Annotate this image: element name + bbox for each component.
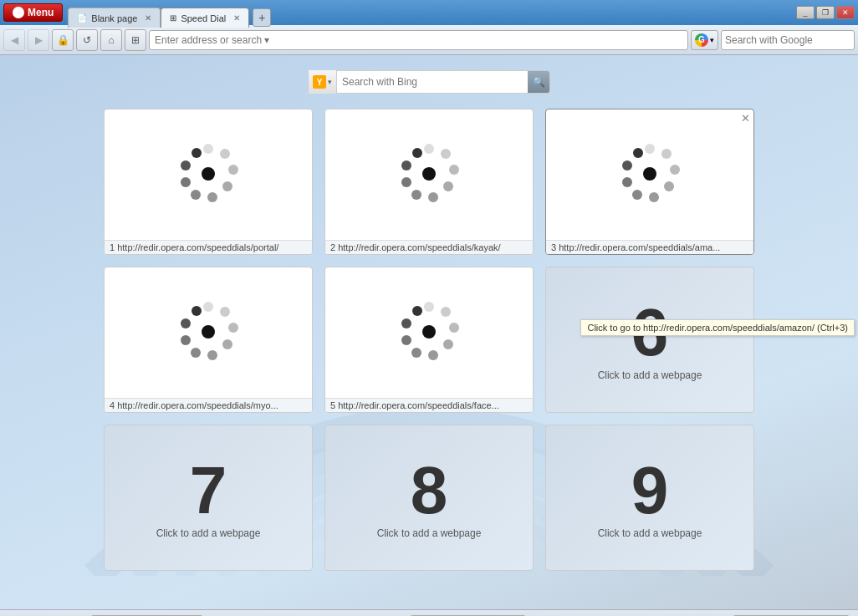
dial-8-label: Click to add a webpage bbox=[377, 527, 482, 539]
svg-point-16 bbox=[401, 177, 411, 187]
svg-point-42 bbox=[449, 323, 459, 333]
svg-point-33 bbox=[222, 339, 232, 349]
loading-spinner-3 bbox=[616, 140, 683, 207]
svg-point-23 bbox=[664, 181, 674, 191]
svg-point-41 bbox=[441, 307, 451, 317]
svg-point-17 bbox=[401, 160, 411, 171]
svg-point-6 bbox=[181, 177, 191, 187]
svg-point-43 bbox=[443, 339, 453, 349]
bing-engine-button[interactable]: Y ▾ bbox=[309, 70, 337, 94]
loading-spinner-4 bbox=[175, 298, 242, 365]
blank-page-icon: 📄 bbox=[77, 13, 87, 23]
navbar: ◀ ▶ 🔒 ↺ ⌂ ⊞ G ▾ 🔍 bbox=[0, 25, 858, 55]
bing-dropdown-arrow: ▾ bbox=[328, 78, 332, 86]
menu-button[interactable]: Menu bbox=[3, 3, 63, 22]
svg-point-29 bbox=[643, 167, 656, 181]
address-input[interactable] bbox=[155, 34, 682, 46]
svg-point-24 bbox=[649, 192, 659, 202]
svg-point-4 bbox=[207, 192, 217, 202]
svg-point-47 bbox=[401, 318, 411, 328]
loading-spinner-2 bbox=[396, 140, 462, 207]
google-icon: G bbox=[695, 33, 708, 47]
back-button[interactable]: ◀ bbox=[3, 29, 25, 51]
bing-search-button[interactable]: 🔍 bbox=[528, 71, 549, 93]
svg-point-0 bbox=[203, 144, 213, 154]
svg-point-36 bbox=[181, 335, 191, 345]
svg-point-15 bbox=[411, 190, 421, 200]
dial-1-url: 1 http://redir.opera.com/speeddials/port… bbox=[105, 240, 312, 254]
svg-point-3 bbox=[222, 181, 232, 191]
opera-logo bbox=[13, 7, 24, 18]
dial-cell-6[interactable]: 6 Click to add a webpage bbox=[545, 267, 754, 413]
dial-9-number: 9 bbox=[631, 457, 669, 524]
tab-speeddial-label: Speed Dial bbox=[181, 13, 226, 23]
dial-cell-3[interactable]: ✕ 3 http://redir.opera.com/speeddials/am… bbox=[545, 109, 754, 255]
svg-point-32 bbox=[228, 323, 238, 333]
restore-button[interactable]: ❐ bbox=[816, 6, 835, 19]
tab-bar: 📄 Blank page ✕ ⊞ Speed Dial ✕ + bbox=[68, 0, 796, 25]
tab-speeddial[interactable]: ⊞ Speed Dial ✕ bbox=[161, 8, 249, 28]
dial-cell-2[interactable]: 2 http://redir.opera.com/speeddials/kaya… bbox=[324, 109, 534, 255]
home-button[interactable]: ⌂ bbox=[100, 29, 122, 51]
reload-button[interactable]: ↺ bbox=[76, 29, 98, 51]
close-window-button[interactable]: ✕ bbox=[836, 6, 855, 19]
dial-3-url: 3 http://redir.opera.com/speeddials/ama.… bbox=[546, 240, 753, 254]
svg-point-7 bbox=[181, 160, 191, 171]
dial-5-url: 5 http://redir.opera.com/speeddials/face… bbox=[325, 398, 533, 412]
dial-7-label: Click to add a webpage bbox=[156, 527, 261, 539]
bing-icon: Y bbox=[313, 75, 326, 89]
svg-point-19 bbox=[422, 167, 436, 181]
bottom-bar: ◀ ↺ ⚙ ★ What is Speed Dial? Synchronize … bbox=[0, 609, 858, 616]
dial-cell-8[interactable]: 8 Click to add a webpage bbox=[324, 425, 534, 571]
svg-point-13 bbox=[443, 181, 453, 191]
tab-blank[interactable]: 📄 Blank page ✕ bbox=[68, 8, 161, 28]
svg-point-9 bbox=[202, 167, 215, 181]
bing-search-input[interactable] bbox=[337, 76, 528, 88]
dial-4-url: 4 http://redir.opera.com/speeddials/myo.… bbox=[105, 398, 312, 412]
svg-point-28 bbox=[633, 148, 643, 158]
tab-speeddial-close[interactable]: ✕ bbox=[233, 13, 240, 23]
search-box[interactable]: 🔍 bbox=[721, 30, 855, 50]
search-engine-selector[interactable]: G ▾ bbox=[691, 30, 718, 50]
dial-cell-1[interactable]: 1 http://redir.opera.com/speeddials/port… bbox=[104, 109, 313, 255]
forward-button[interactable]: ▶ bbox=[28, 29, 49, 51]
svg-point-11 bbox=[441, 149, 451, 159]
lock-button[interactable]: 🔒 bbox=[52, 29, 74, 51]
svg-point-37 bbox=[181, 318, 191, 328]
svg-point-1 bbox=[220, 149, 230, 159]
svg-point-31 bbox=[220, 307, 230, 317]
svg-point-49 bbox=[422, 325, 436, 339]
dial-cell-7[interactable]: 7 Click to add a webpage bbox=[104, 425, 313, 571]
svg-point-21 bbox=[661, 149, 672, 159]
dial-3-close[interactable]: ✕ bbox=[741, 112, 750, 125]
svg-point-20 bbox=[645, 144, 655, 154]
dial-cell-4[interactable]: 4 http://redir.opera.com/speeddials/myo.… bbox=[104, 267, 313, 413]
svg-point-48 bbox=[412, 306, 422, 316]
dial-7-number: 7 bbox=[190, 457, 227, 524]
content-search-bar: Y ▾ 🔍 bbox=[0, 55, 858, 109]
svg-point-8 bbox=[192, 148, 202, 158]
titlebar: Menu 📄 Blank page ✕ ⊞ Speed Dial ✕ + _ ❐… bbox=[0, 0, 858, 25]
svg-point-22 bbox=[670, 165, 680, 175]
tab-blank-close[interactable]: ✕ bbox=[145, 13, 151, 23]
address-bar[interactable] bbox=[149, 30, 688, 50]
speeddial-icon: ⊞ bbox=[170, 13, 176, 23]
loading-spinner-5 bbox=[396, 298, 462, 365]
apps-button[interactable]: ⊞ bbox=[125, 29, 146, 51]
svg-point-46 bbox=[401, 335, 411, 345]
search-go-button[interactable]: 🔍 bbox=[854, 31, 855, 49]
tab-blank-label: Blank page bbox=[91, 13, 137, 23]
svg-point-12 bbox=[449, 165, 459, 175]
svg-point-2 bbox=[228, 165, 238, 175]
google-search-input[interactable] bbox=[722, 34, 854, 46]
dial-cell-5[interactable]: 5 http://redir.opera.com/speeddials/face… bbox=[324, 267, 534, 413]
dial-3-tooltip: Click to go to http://redir.opera.com/sp… bbox=[580, 319, 855, 336]
dial-cell-9[interactable]: 9 Click to add a webpage bbox=[545, 425, 754, 571]
dial-2-url: 2 http://redir.opera.com/speeddials/kaya… bbox=[325, 240, 533, 254]
minimize-button[interactable]: _ bbox=[796, 6, 815, 19]
menu-label: Menu bbox=[28, 7, 54, 18]
tooltip-text: Click to go to http://redir.opera.com/sp… bbox=[587, 323, 848, 333]
new-tab-button[interactable]: + bbox=[253, 8, 271, 27]
svg-point-14 bbox=[428, 192, 438, 202]
svg-point-26 bbox=[622, 177, 632, 187]
